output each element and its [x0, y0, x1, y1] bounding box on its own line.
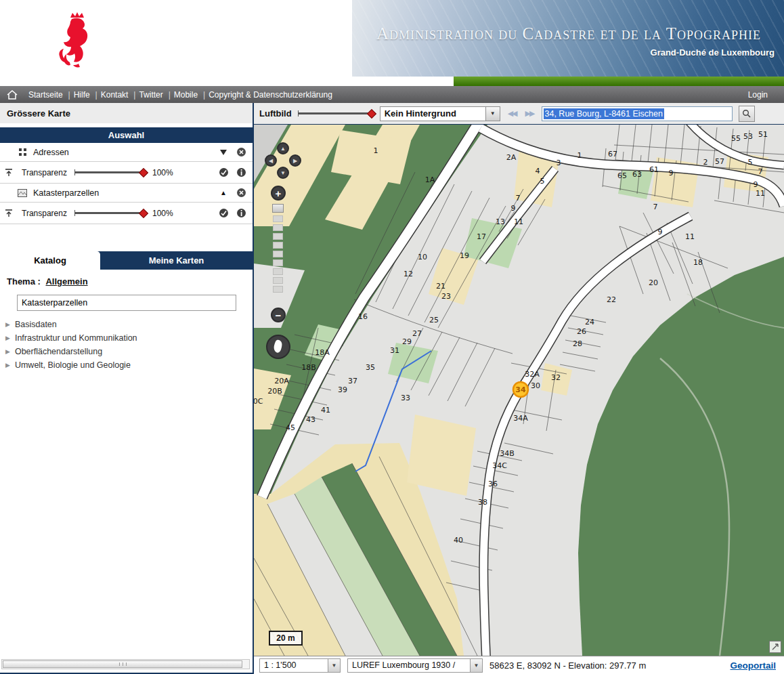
cadastral-map[interactable]: 12A3167656361925755535157911791118202224…: [254, 125, 784, 656]
parcel-label: 20A: [274, 377, 289, 385]
search-icon: [742, 109, 751, 118]
catalog-item-infrastruktur[interactable]: ▶ Infrastruktur und Kommunikation: [0, 331, 253, 345]
parcel-label: 7: [653, 203, 658, 211]
layer-row-adressen[interactable]: Adressen: [0, 143, 253, 162]
catalog-item-umwelt[interactable]: ▶ Umwelt, Biologie und Geologie: [0, 358, 253, 372]
theme-link-allgemein[interactable]: Allgemein: [45, 276, 87, 287]
nav-item-kontakt[interactable]: Kontakt: [95, 90, 134, 100]
zoom-slider-track[interactable]: [273, 215, 283, 295]
parcel-label: 23: [441, 292, 451, 301]
search-button[interactable]: [739, 106, 755, 122]
zoom-step[interactable]: [273, 215, 283, 222]
slider-handle-icon[interactable]: [139, 209, 148, 218]
background-opacity-slider[interactable]: [298, 112, 374, 114]
move-layer-icon[interactable]: [3, 167, 15, 179]
zoom-in-button[interactable]: +: [271, 186, 286, 201]
pan-up-icon[interactable]: ▲: [277, 142, 289, 154]
marker-label: 34: [515, 385, 526, 394]
parcels-layer-icon: [16, 187, 28, 199]
history-back-button[interactable]: ◀◀: [506, 109, 518, 118]
parcel-label: 45: [286, 423, 295, 432]
map-search-input[interactable]: 34, Rue Bourg, L-8461 Eischen: [542, 106, 733, 121]
nav-bar: Startseite Hilfe Kontakt Twitter Mobile …: [0, 86, 784, 103]
pan-left-icon[interactable]: ◀: [265, 154, 277, 167]
zoom-step[interactable]: [273, 259, 283, 266]
expand-arrow-icon[interactable]: ▶: [5, 335, 10, 341]
projection-select[interactable]: LUREF Luxembourg 1930 / ▼: [347, 658, 483, 673]
nav-item-mobile[interactable]: Mobile: [169, 90, 203, 100]
parcel-label: 43: [306, 415, 315, 424]
layer-row-katasterparzellen[interactable]: Katasterparzellen ▲: [0, 184, 253, 203]
pan-down-icon[interactable]: ▼: [277, 167, 289, 179]
parcel-label: 61: [649, 165, 659, 174]
header-banner-area: Administration du Cadastre et de la Topo…: [352, 0, 784, 86]
parcel-label: 9: [658, 228, 663, 236]
pan-right-icon[interactable]: ▶: [289, 154, 301, 167]
zoom-step[interactable]: [273, 286, 283, 293]
move-up-icon[interactable]: ▲: [217, 187, 230, 199]
parcel-label: 32: [551, 373, 561, 382]
tab-meine-karten[interactable]: Meine Karten: [100, 251, 253, 270]
layer-legend-icon[interactable]: [217, 146, 230, 159]
parcel-label: 18: [693, 258, 703, 267]
scrollbar-thumb[interactable]: [3, 660, 242, 668]
tab-katalog[interactable]: Katalog: [0, 251, 100, 270]
banner-strip-row: [352, 77, 784, 86]
larger-map-label[interactable]: Grössere Karte: [7, 108, 70, 119]
parcel-label: 25: [429, 316, 439, 324]
chevron-down-icon[interactable]: ▼: [470, 659, 482, 672]
visibility-check-icon[interactable]: [217, 207, 230, 219]
home-icon[interactable]: [7, 90, 18, 100]
zoom-step[interactable]: [273, 268, 283, 275]
mouse-coordinates: 58623 E, 83092 N - Elevation: 297.77 m: [489, 660, 646, 671]
expand-arrow-icon[interactable]: ▶: [5, 362, 10, 368]
chevron-down-icon[interactable]: ▼: [328, 659, 340, 672]
scale-select[interactable]: 1 : 1'500 ▼: [259, 658, 341, 673]
transparency-slider[interactable]: [74, 171, 146, 173]
zoom-step[interactable]: [273, 251, 283, 257]
catalog-item-oberflaechendarstellung[interactable]: ▶ Oberflächendarstellung: [0, 345, 253, 358]
map-canvas[interactable]: 12A3167656361925755535157911791118202224…: [254, 125, 784, 656]
expand-arrow-icon[interactable]: ▶: [5, 321, 10, 328]
fullscreen-icon[interactable]: [769, 641, 781, 653]
parcel-label: 11: [685, 232, 695, 241]
nav-item-startseite[interactable]: Startseite: [23, 90, 68, 100]
expand-arrow-icon[interactable]: ▶: [5, 348, 10, 355]
zoom-step[interactable]: [273, 233, 283, 240]
slider-handle-icon[interactable]: [139, 168, 148, 177]
parcel-label: 17: [477, 232, 486, 241]
catalog-search-input[interactable]: [17, 295, 236, 311]
parcel-label: 34A: [513, 414, 528, 423]
geoportail-link[interactable]: Geoportail: [730, 660, 779, 671]
transparency-slider[interactable]: [74, 212, 146, 214]
catalog-item-basisdaten[interactable]: ▶ Basisdaten: [0, 318, 253, 331]
zoom-step[interactable]: [273, 224, 283, 231]
info-icon[interactable]: [235, 207, 247, 219]
nav-item-copyright[interactable]: Copyright & Datenschutzerklärung: [203, 90, 338, 100]
slider-handle-icon[interactable]: [367, 109, 376, 119]
move-layer-icon[interactable]: [3, 207, 15, 219]
remove-layer-icon[interactable]: [235, 187, 247, 199]
zoom-slider-handle[interactable]: [272, 204, 284, 213]
search-result-marker[interactable]: 34: [513, 382, 528, 397]
info-icon[interactable]: [235, 167, 247, 179]
theme-label: Thema :: [7, 276, 41, 287]
visibility-check-icon[interactable]: [217, 167, 230, 179]
zoom-out-button[interactable]: −: [271, 308, 286, 322]
history-forward-button[interactable]: ▶▶: [524, 109, 536, 118]
parcel-label: 51: [758, 130, 768, 139]
background-select[interactable]: Kein Hintergrund ▼: [380, 106, 500, 121]
map-search-value: 34, Rue Bourg, L-8461 Eischen: [544, 108, 664, 119]
selection-header: Auswahl: [0, 127, 253, 143]
overview-luxembourg-button[interactable]: [266, 335, 290, 359]
login-link[interactable]: Login: [748, 90, 777, 100]
zoom-step[interactable]: [273, 242, 283, 249]
pan-control[interactable]: ▲ ◀ ▶ ▼: [265, 142, 301, 179]
zoom-step[interactable]: [273, 277, 283, 284]
sidebar-horizontal-scrollbar[interactable]: [1, 659, 250, 669]
transparency-row-katasterparzellen: Transparenz 100%: [0, 203, 253, 224]
nav-item-hilfe[interactable]: Hilfe: [68, 90, 95, 100]
remove-layer-icon[interactable]: [235, 146, 247, 159]
nav-item-twitter[interactable]: Twitter: [133, 90, 168, 100]
chevron-down-icon[interactable]: ▼: [485, 107, 500, 121]
